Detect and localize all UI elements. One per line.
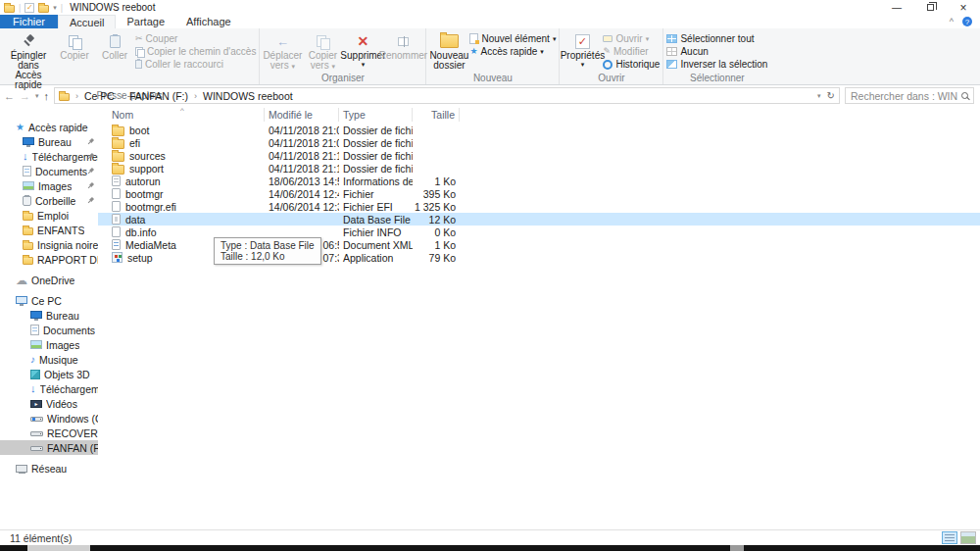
file-row-sources[interactable]: sources 04/11/2018 21:12 Dossier de fich… xyxy=(98,149,980,162)
search-box[interactable] xyxy=(845,87,974,104)
collapse-ribbon-icon[interactable]: ^ xyxy=(950,17,954,26)
sidebar-item-enfants[interactable]: ENFANTS xyxy=(0,223,98,237)
select-group-body: Sélectionner tout Aucun Inverser la séle… xyxy=(666,29,767,73)
folder-icon xyxy=(23,257,33,265)
sidebar-item-label: Documents xyxy=(43,325,95,336)
up-button[interactable]: ↑ xyxy=(44,90,50,102)
sidebar-item-corbeille[interactable]: Corbeille xyxy=(0,193,98,208)
address-dropdown-icon[interactable]: ▾ xyxy=(817,92,821,100)
file-modified: 14/06/2014 12:38 xyxy=(265,201,339,213)
select-all-button[interactable]: Sélectionner tout xyxy=(666,33,767,44)
minimize-button[interactable]: — xyxy=(880,0,913,15)
select-small-buttons: Sélectionner tout Aucun Inverser la séle… xyxy=(666,29,767,70)
history-button[interactable]: Historique xyxy=(603,59,660,70)
delete-button[interactable]: ✕ Supprimer ▾ xyxy=(343,29,382,69)
copy-button[interactable]: Copier xyxy=(55,29,94,61)
pin-to-quick-access-button[interactable]: Épingler dans Accès rapide xyxy=(3,29,54,90)
forward-button[interactable]: → xyxy=(20,90,30,102)
file-row-data[interactable]: data Data Base File 12 Ko xyxy=(98,213,980,226)
tab-partage[interactable]: Partage xyxy=(116,15,175,28)
copy-path-button[interactable]: Copier le chemin d'accès xyxy=(135,46,256,57)
sidebar-item-objets-3d[interactable]: Objets 3D xyxy=(0,367,98,381)
rename-button[interactable]: Renommer xyxy=(383,29,422,61)
sidebar-item-quick-access[interactable]: ★ Accès rapide xyxy=(0,120,98,134)
sidebar-item-telechargements[interactable]: ↓ Téléchargements xyxy=(0,381,98,396)
copy-path-icon xyxy=(135,47,144,56)
back-button[interactable]: ← xyxy=(4,90,15,102)
large-icons-view-button[interactable] xyxy=(960,531,976,544)
recent-locations-icon[interactable]: ▾ xyxy=(35,92,39,100)
sidebar-item-bureau-qa[interactable]: Bureau xyxy=(0,134,98,149)
folder-icon xyxy=(112,152,124,162)
column-header-taille[interactable]: Taille xyxy=(413,108,460,122)
paste-shortcut-button[interactable]: Coller le raccourci xyxy=(135,59,256,70)
details-view-button[interactable] xyxy=(942,531,957,544)
sidebar-item-recovery-d[interactable]: RECOVERY (D:) xyxy=(0,426,98,440)
breadcrumb-fanfan[interactable]: FANFAN (F:) xyxy=(129,90,188,102)
restore-button[interactable] xyxy=(913,0,947,15)
sidebar-item-bureau[interactable]: Bureau xyxy=(0,308,98,323)
close-button[interactable]: × xyxy=(947,0,980,15)
sidebar-item-fanfan-f[interactable]: FANFAN (F:) xyxy=(0,440,98,455)
file-row-autorun[interactable]: autorun 18/06/2013 14:59 Informations de… xyxy=(98,175,980,187)
file-type: Dossier de fichiers xyxy=(339,125,413,136)
sidebar-item-telechargements-qa[interactable]: ↓ Téléchargements xyxy=(0,149,98,164)
breadcrumb-ce-pc[interactable]: Ce PC xyxy=(84,90,115,102)
picture-icon xyxy=(30,340,42,349)
sidebar-item-windows-c[interactable]: Windows (C:) xyxy=(0,411,98,426)
file-row-efi[interactable]: efi 04/11/2018 21:09 Dossier de fichiers xyxy=(98,136,980,149)
tab-fichier[interactable]: Fichier xyxy=(0,15,58,28)
qat-customize-icon[interactable]: ▾ xyxy=(53,4,57,12)
properties-button[interactable]: ✓ Propriétés ▾ xyxy=(563,29,602,69)
sidebar-item-emploi[interactable]: Emploi xyxy=(0,208,98,223)
sidebar-item-onedrive[interactable]: ☁ OneDrive xyxy=(0,273,98,287)
paste-button[interactable]: Coller xyxy=(95,29,134,61)
open-button[interactable]: Ouvrir ▾ xyxy=(603,33,660,44)
cut-button[interactable]: ✂ Couper xyxy=(135,33,256,44)
file-row-support[interactable]: support 04/11/2018 21:12 Dossier de fich… xyxy=(98,162,980,175)
properties-label: Propriétés xyxy=(561,51,606,61)
sidebar-item-images-qa[interactable]: Images xyxy=(0,178,98,193)
sidebar-item-musique[interactable]: ♪ Musique xyxy=(0,352,98,367)
search-icon[interactable] xyxy=(961,92,968,99)
download-icon: ↓ xyxy=(23,151,28,162)
sidebar-item-documents-qa[interactable]: Documents xyxy=(0,164,98,178)
select-none-button[interactable]: Aucun xyxy=(666,46,767,57)
file-row-bootmgr-efi[interactable]: bootmgr.efi 14/06/2014 12:38 Fichier EFI… xyxy=(98,200,980,213)
new-small-buttons: Nouvel élément ▾ ★ Accès rapide ▾ xyxy=(469,29,556,57)
qat-properties-icon[interactable]: ✓ xyxy=(24,3,34,13)
setup-info-file-icon xyxy=(112,176,121,186)
file-size: 12 Ko xyxy=(413,214,460,226)
sidebar-item-images[interactable]: Images xyxy=(0,337,98,352)
refresh-icon[interactable]: ↻ xyxy=(827,91,835,101)
sidebar-item-reseau[interactable]: Réseau xyxy=(0,461,98,476)
navigation-bar: ← → ▾ ↑ › Ce PC › FANFAN (F:) › WINDOWS … xyxy=(0,85,980,106)
file-row-boot[interactable]: boot 04/11/2018 21:09 Dossier de fichier… xyxy=(98,124,980,136)
file-list: ^ Nom Modifié le Type Taille boot 04/11/… xyxy=(98,106,980,529)
new-folder-icon xyxy=(440,31,459,51)
column-header-modifie-le[interactable]: Modifié le xyxy=(265,108,339,122)
edit-button[interactable]: ✎ Modifier xyxy=(603,46,660,57)
invert-selection-button[interactable]: Inverser la sélection xyxy=(666,59,767,70)
column-header-type[interactable]: Type xyxy=(339,108,413,122)
sidebar-item-insignia-noire[interactable]: Insignia noire xyxy=(0,237,98,252)
sidebar-item-ce-pc[interactable]: Ce PC xyxy=(0,293,98,308)
file-row-bootmgr[interactable]: bootmgr 14/06/2014 12:46 Fichier 395 Ko xyxy=(98,187,980,200)
easy-access-button[interactable]: ★ Accès rapide ▾ xyxy=(469,46,556,57)
sidebar-item-videos[interactable]: ▸ Vidéos xyxy=(0,396,98,411)
tab-accueil[interactable]: Accueil xyxy=(58,15,116,28)
sidebar-item-documents[interactable]: Documents xyxy=(0,323,98,337)
copy-to-button[interactable]: Copier vers ▾ xyxy=(303,29,342,71)
new-folder-button[interactable]: Nouveau dossier xyxy=(429,29,468,71)
address-bar[interactable]: › Ce PC › FANFAN (F:) › WINDOWS reeboot … xyxy=(54,87,840,104)
organize-group-label: Organiser xyxy=(263,73,422,84)
sidebar-item-rapport-de-stage[interactable]: RAPPORT DE STAGE xyxy=(0,252,98,267)
tab-affichage[interactable]: Affichage xyxy=(175,15,242,28)
search-input[interactable] xyxy=(851,90,957,102)
new-item-button[interactable]: Nouvel élément ▾ xyxy=(469,33,556,44)
network-icon xyxy=(16,465,27,473)
breadcrumb-windows-reeboot[interactable]: WINDOWS reeboot xyxy=(203,90,293,102)
qat-new-folder-icon[interactable] xyxy=(38,5,49,13)
move-to-button[interactable]: ← Déplacer vers ▾ xyxy=(263,29,302,71)
help-icon[interactable]: ? xyxy=(962,17,972,26)
